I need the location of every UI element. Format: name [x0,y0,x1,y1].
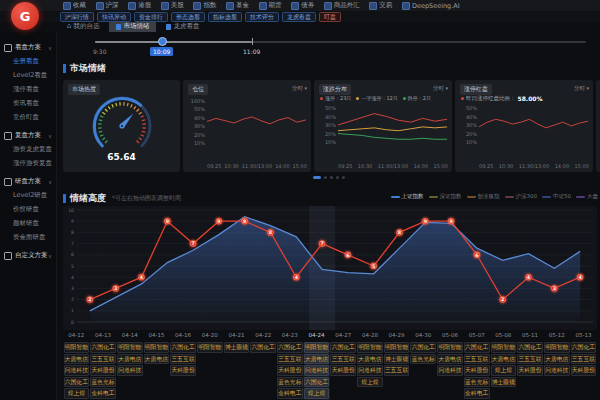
market-nav-8[interactable]: 商品外汇 [321,1,363,10]
stock-cell[interactable]: 天科股份 [571,365,597,376]
stock-cell[interactable]: 三五互联 [517,354,543,365]
quick-button-3[interactable]: 形态选股 [171,12,205,22]
workspace-tab-1[interactable]: 市场情绪 [109,22,156,32]
sidebar-section-header-3[interactable]: 自定义方案∨ [0,249,56,262]
sidebar-item-1-0[interactable]: 游资龙虎复盘 [0,142,56,156]
market-nav-10[interactable]: DeepSeeing.AI [399,2,463,10]
stock-cell[interactable]: 天科股份 [90,365,116,376]
stock-cell[interactable]: 三五互联 [464,354,490,365]
period-dropdown[interactable]: 分时 [574,85,589,92]
index-legend-1[interactable]: 深证指数 [429,193,462,200]
sidebar-item-2-0[interactable]: Level2研盘 [0,188,56,202]
stock-cell[interactable]: 金科电工 [277,388,303,399]
sidebar-section-header-2[interactable]: 研盘方案∨ [0,175,56,188]
market-nav-5[interactable]: 基金 [223,1,252,10]
sidebar-item-0-3[interactable]: 资讯看盘 [0,96,56,110]
market-nav-1[interactable]: 沪深 [93,1,122,10]
stock-cell[interactable]: 三五互联 [277,354,303,365]
sidebar-item-1-1[interactable]: 涨停游资复盘 [0,156,56,170]
stock-cell[interactable]: 六国化工 [304,377,330,388]
quick-button-2[interactable]: 资金排行 [134,12,168,22]
stock-cell[interactable]: 蓝色光标 [90,377,116,388]
stock-cell[interactable]: 明阳智能 [64,342,90,353]
stock-cell[interactable]: 大唐电信 [64,354,90,365]
pager-dot-0[interactable] [313,176,321,179]
quick-button-7[interactable]: 盯盘 [319,12,341,22]
stock-cell[interactable]: 六国化工 [464,342,490,353]
stock-cell[interactable]: 大唐电信 [304,354,330,365]
pager-dot-1[interactable] [324,176,327,179]
quick-button-4[interactable]: 指标选股 [208,12,242,22]
sidebar-item-0-0[interactable]: 全景看盘 [0,54,56,68]
stock-cell[interactable]: 天科股份 [277,365,303,376]
emotion-chart[interactable]: 01234567891023497998476589962434 [63,206,597,330]
quick-button-6[interactable]: 龙虎看盘 [282,12,316,22]
market-nav-9[interactable]: 交易 [366,1,395,10]
stock-cell[interactable]: 大唐电信 [544,354,570,365]
stock-cell[interactable]: 煌上煌 [357,377,383,388]
quick-button-1[interactable]: 快讯异动 [97,12,131,22]
stock-cell[interactable]: 煌上煌 [491,365,517,376]
stock-cell[interactable]: 煌上煌 [304,388,330,399]
sidebar-section-header-1[interactable]: 复盘方案∨ [0,129,56,142]
stock-cell[interactable]: 问道科技 [64,365,90,376]
stock-cell[interactable]: 六国化工 [410,342,436,353]
sidebar-item-0-2[interactable]: 涨停看盘 [0,82,56,96]
stock-cell[interactable]: 博士眼镜 [491,377,517,388]
index-legend-2[interactable]: 创业板指 [467,193,500,200]
quick-button-5[interactable]: 技术评分 [245,12,279,22]
stock-cell[interactable]: 煌上煌 [64,388,90,399]
market-nav-6[interactable]: 期货 [256,1,285,10]
stock-cell[interactable]: 明阳智能 [144,342,170,353]
stock-cell[interactable]: 明阳智能 [304,342,330,353]
sidebar-item-0-1[interactable]: Level2看盘 [0,68,56,82]
stock-cell[interactable]: 六国化工 [571,342,597,353]
index-legend-0[interactable]: 上证指数 [391,193,424,200]
stock-cell[interactable]: 大唐电信 [144,354,170,365]
stock-cell[interactable]: 明阳智能 [491,342,517,353]
period-dropdown[interactable]: 分时 [433,85,448,92]
stock-cell[interactable]: 问道科技 [437,365,463,376]
sidebar-section-header-0[interactable]: 看盘方案∨ [0,41,56,54]
stock-cell[interactable]: 大唐电信 [357,354,383,365]
stock-cell[interactable]: 问道科技 [544,365,570,376]
stock-cell[interactable]: 六国化工 [330,342,356,353]
market-nav-0[interactable]: 收藏 [60,1,89,10]
index-legend-4[interactable]: 中证50 [542,193,571,200]
market-nav-4[interactable]: 指数 [190,1,219,10]
stock-cell[interactable]: 三五互联 [90,354,116,365]
pager-dot-3[interactable] [336,176,339,179]
slider-handle[interactable] [158,37,167,46]
sidebar-item-2-3[interactable]: 资金面研盘 [0,230,56,244]
stock-cell[interactable]: 博士眼镜 [224,342,250,353]
sidebar-item-2-2[interactable]: 题材研盘 [0,216,56,230]
stock-cell[interactable]: 天科股份 [517,365,543,376]
stock-cell[interactable]: 蓝色光标 [464,377,490,388]
stock-cell[interactable]: 六国化工 [170,342,196,353]
stock-cell[interactable]: 大唐电信 [117,354,143,365]
stock-cell[interactable]: 六国化工 [250,342,276,353]
stock-cell[interactable]: 问道科技 [304,365,330,376]
stock-cell[interactable]: 六国化工 [277,342,303,353]
stock-cell[interactable]: 问道科技 [357,365,383,376]
index-legend-3[interactable]: 沪深300 [505,193,538,200]
quick-button-0[interactable]: 沪深行情 [60,12,94,22]
stock-cell[interactable]: 六国化工 [517,342,543,353]
stock-cell[interactable]: 问道科技 [117,365,143,376]
market-nav-2[interactable]: 港股 [125,1,154,10]
stock-cell[interactable]: 金科电工 [464,388,490,399]
stock-cell[interactable]: 明阳智能 [197,342,223,353]
stock-cell[interactable]: 三五互联 [384,365,410,376]
stock-cell[interactable]: 大唐电信 [491,354,517,365]
workspace-tab-2[interactable]: 龙虎看盘 [159,22,206,32]
stock-cell[interactable]: 蓝色光标 [410,354,436,365]
index-legend-5[interactable]: 大盘 [576,193,598,200]
stock-cell[interactable]: 明阳智能 [437,342,463,353]
market-nav-7[interactable]: 债券 [288,1,317,10]
stock-cell[interactable]: 明阳智能 [544,342,570,353]
stock-cell[interactable]: 天科股份 [170,365,196,376]
stock-cell[interactable]: 六国化工 [90,342,116,353]
pager-dot-2[interactable] [330,176,333,179]
stock-cell[interactable]: 金科电工 [90,388,116,399]
sidebar-item-2-1[interactable]: 价投研盘 [0,202,56,216]
